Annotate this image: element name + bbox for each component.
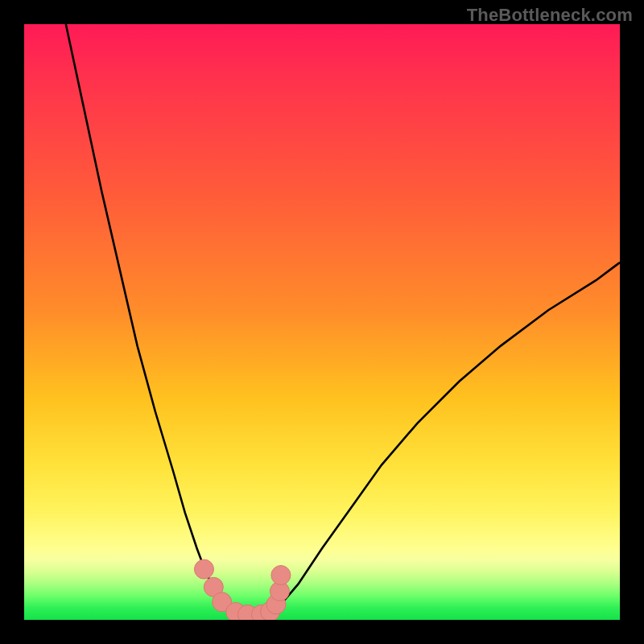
- right-curve: [268, 262, 620, 614]
- left-curve: [66, 24, 239, 614]
- plot-area: [24, 24, 620, 620]
- chart-svg: [24, 24, 620, 620]
- watermark-text: TheBottleneck.com: [467, 5, 633, 26]
- chart-frame: TheBottleneck.com: [0, 0, 644, 644]
- plot-outer-border: [24, 24, 620, 620]
- curve-layer: [66, 24, 620, 616]
- marker-point: [271, 566, 291, 585]
- marker-layer: [194, 559, 290, 620]
- marker-point: [194, 559, 213, 579]
